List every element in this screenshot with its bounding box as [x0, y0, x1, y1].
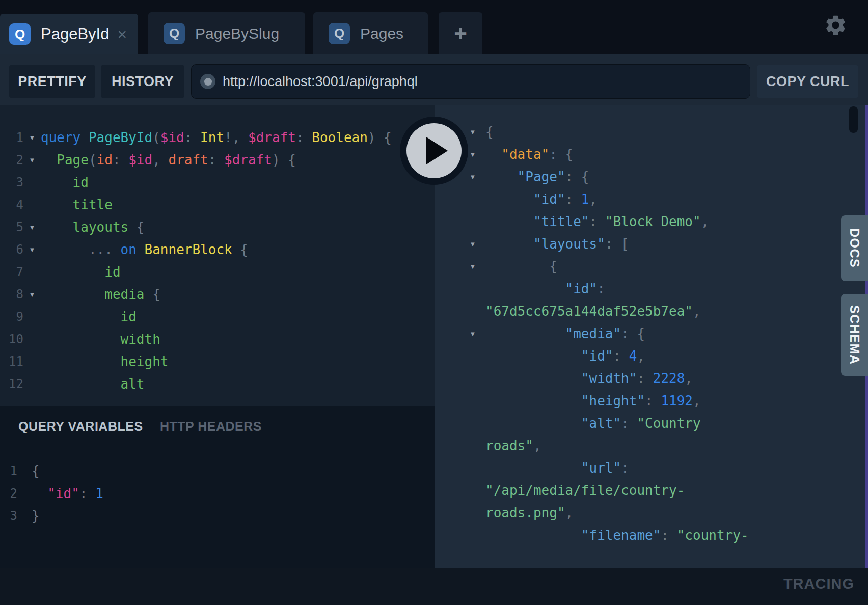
plus-icon: +	[454, 21, 467, 46]
variables-line: 2 "id": 1	[0, 482, 435, 505]
tab-pagebyid[interactable]: Q PageById ×	[0, 14, 138, 54]
response-line: ▼{	[435, 121, 866, 143]
tab-query-variables[interactable]: QUERY VARIABLES	[18, 418, 143, 435]
code-text: height	[41, 354, 168, 369]
code-text: "width": 2228,	[481, 371, 693, 386]
close-tab-icon[interactable]: ×	[117, 26, 127, 42]
line-number: 8	[0, 287, 23, 301]
code-text: "filename": "country-	[481, 528, 749, 543]
line-number: 2	[0, 153, 23, 167]
variables-code: 1{2 "id": 13}	[0, 460, 435, 527]
query-line: 4 title	[0, 194, 435, 216]
http-headers-label: HTTP HEADERS	[160, 419, 262, 434]
query-line: 9 id	[0, 306, 435, 328]
query-line: 1▼query PageById($id: Int!, $draft: Bool…	[0, 126, 435, 149]
response-line: "id": 1,	[435, 188, 866, 210]
line-number: 12	[0, 377, 23, 391]
response-line: "width": 2228,	[435, 367, 866, 390]
history-button[interactable]: HISTORY	[101, 65, 184, 98]
code-text: "height": 1192,	[481, 393, 701, 408]
tab-pages[interactable]: Q Pages	[313, 12, 428, 54]
code-text: "media": {	[481, 326, 645, 341]
code-text: "id": 1,	[481, 191, 597, 207]
query-line: 2▼ Page(id: $id, draft: $draft) {	[0, 149, 435, 171]
fold-arrow-icon[interactable]: ▼	[23, 246, 41, 254]
tracing-toggle[interactable]: TRACING	[783, 575, 854, 592]
response-line: ▼ "Page": {	[435, 166, 866, 188]
code-text: "url":	[481, 460, 629, 476]
fold-arrow-icon[interactable]: ▼	[23, 224, 41, 231]
code-text: roads.png",	[481, 505, 573, 520]
response-line: "id": 4,	[435, 345, 866, 367]
code-text: layouts {	[41, 219, 145, 235]
tab-label: Pages	[360, 25, 403, 42]
play-icon	[426, 137, 448, 164]
response-line: "filename": "country-	[435, 524, 866, 546]
schema-label: SCHEMA	[847, 305, 862, 365]
code-text: "id":	[481, 281, 605, 296]
code-text: alt	[41, 376, 145, 392]
query-line: 12 alt	[0, 373, 435, 395]
code-text: "alt": "Country	[481, 416, 701, 431]
schema-side-tab[interactable]: SCHEMA	[841, 294, 868, 376]
endpoint-url-input[interactable]: http://localhost:3001/api/graphql	[191, 64, 750, 99]
line-number: 3	[0, 509, 17, 523]
query-line: 8▼ media {	[0, 283, 435, 306]
line-number: 1	[0, 130, 23, 145]
settings-gear-icon[interactable]	[824, 13, 848, 37]
copy-curl-button[interactable]: COPY CURL	[757, 65, 858, 98]
variables-line: 1{	[0, 460, 435, 482]
endpoint-url-text: http://localhost:3001/api/graphql	[223, 74, 418, 90]
code-text: Page(id: $id, draft: $draft) {	[41, 152, 296, 168]
response-line: ▼ "media": {	[435, 322, 866, 345]
code-text: roads",	[481, 438, 541, 453]
response-json: ▼{▼ "data": {▼ "Page": { "id": 1, "title…	[435, 121, 866, 546]
fold-arrow-icon[interactable]: ▼	[23, 291, 41, 298]
tab-pagebyslug[interactable]: Q PageBySlug	[148, 12, 305, 54]
code-text: "id": 1	[17, 486, 103, 501]
code-text: "Page": {	[481, 169, 589, 184]
query-line: 5▼ layouts {	[0, 216, 435, 238]
response-line: ▼ "layouts": [	[435, 233, 866, 255]
line-number: 9	[0, 310, 23, 324]
response-scrollbar-thumb[interactable]	[849, 106, 858, 133]
copy-curl-label: COPY CURL	[766, 74, 849, 90]
response-line: "alt": "Country	[435, 412, 866, 434]
code-text: id	[41, 175, 89, 190]
code-text: width	[41, 332, 160, 347]
response-line: "url":	[435, 457, 866, 479]
query-line: 7 id	[0, 261, 435, 283]
bottom-bar	[0, 568, 868, 605]
response-line: "id":	[435, 278, 866, 300]
fold-arrow-icon[interactable]: ▼	[23, 134, 41, 142]
response-line: roads",	[435, 434, 866, 457]
docs-side-tab[interactable]: DOCS	[841, 215, 868, 281]
query-code: 1▼query PageById($id: Int!, $draft: Bool…	[0, 126, 435, 395]
fold-arrow-icon[interactable]: ▼	[464, 173, 481, 181]
response-line: ▼ "data": {	[435, 143, 866, 166]
code-text: "67d5cc675a144daf52e5b7ea",	[481, 304, 701, 319]
code-text: ... on BannerBlock {	[41, 242, 248, 257]
graphql-playground-window: Q PageById × Q PageBySlug Q Pages + PRET…	[0, 0, 868, 605]
query-line: 6▼ ... on BannerBlock {	[0, 238, 435, 261]
response-line: "67d5cc675a144daf52e5b7ea",	[435, 300, 866, 322]
fold-arrow-icon[interactable]: ▼	[464, 128, 481, 136]
fold-arrow-icon[interactable]: ▼	[464, 263, 481, 270]
tab-label: PageById	[41, 25, 109, 43]
code-text: "title": "Block Demo",	[481, 214, 709, 229]
query-line: 3 id	[0, 171, 435, 194]
fold-arrow-icon[interactable]: ▼	[464, 330, 481, 338]
code-text: }	[17, 508, 40, 524]
fold-arrow-icon[interactable]: ▼	[464, 240, 481, 248]
code-text: media {	[41, 287, 160, 302]
fold-arrow-icon[interactable]: ▼	[23, 156, 41, 164]
code-text: {	[481, 259, 557, 274]
query-variables-label: QUERY VARIABLES	[18, 419, 143, 434]
prettify-button[interactable]: PRETTIFY	[9, 65, 95, 98]
execute-query-button[interactable]	[400, 117, 468, 185]
tab-http-headers[interactable]: HTTP HEADERS	[160, 418, 262, 435]
new-tab-button[interactable]: +	[439, 12, 482, 54]
endpoint-status-icon	[200, 74, 215, 89]
query-badge-icon: Q	[164, 23, 185, 44]
line-number: 3	[0, 175, 23, 189]
